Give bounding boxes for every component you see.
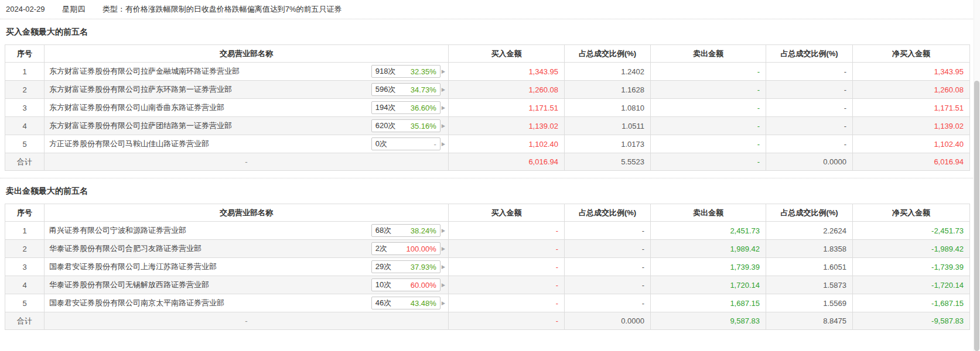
appearance-count-badge[interactable]: 46次43.48% — [371, 297, 441, 309]
sell-amount-cell: 1,739.39 — [651, 258, 766, 276]
appearance-count-badge[interactable]: 68次38.24% — [371, 224, 441, 237]
branch-row: 2华泰证券股份有限公司合肥习友路证券营业部2次100.00%▶--1,989.4… — [5, 240, 970, 258]
sell-amount-cell: - — [651, 81, 766, 99]
branch-row: 3东方财富证券股份有限公司山南香曲东路证券营业部194次36.60%▶1,171… — [5, 99, 970, 117]
net-buy-amount-cell: 1,102.40 — [853, 135, 970, 153]
expand-arrow-icon[interactable]: ▶ — [442, 87, 445, 92]
appearance-count-badge[interactable]: 596次34.73% — [371, 83, 441, 96]
appearance-count: 918次 — [375, 66, 396, 77]
branch-name-cell: 东方财富证券股份有限公司拉萨团结路第一证券营业部620次35.16%▶ — [45, 117, 449, 135]
branch-name-cell: 华泰证券股份有限公司合肥习友路证券营业部2次100.00%▶ — [45, 240, 449, 258]
branch-name-cell: - — [45, 153, 449, 171]
branch-row: 4东方财富证券股份有限公司拉萨团结路第一证券营业部620次35.16%▶1,13… — [5, 117, 970, 135]
total-label-cell: 合计 — [5, 312, 45, 330]
branch-name-inner: 东方财富证券股份有限公司拉萨东环路第一证券营业部596次34.73%▶ — [45, 81, 448, 98]
sell-ratio-cell: 1.5569 — [766, 294, 853, 312]
appearance-count-badge[interactable]: 0次- — [371, 137, 441, 150]
win-rate-percent: - — [434, 140, 436, 149]
sell-ratio-cell: 1.8358 — [766, 240, 853, 258]
sell-ratio-cell: 0.0000 — [766, 153, 853, 171]
net-buy-amount-cell: -1,739.39 — [853, 258, 970, 276]
weekday-label: 星期四 — [62, 0, 85, 19]
branch-name: 东方财富证券股份有限公司拉萨金融城南环路证券营业部 — [49, 66, 240, 77]
appearance-count-badge[interactable]: 620次35.16% — [371, 119, 441, 132]
sell-amount-cell: - — [651, 63, 766, 81]
appearance-count: 29次 — [375, 261, 391, 272]
sell-section-title: 卖出金额最大的前五名 — [6, 186, 980, 197]
expand-arrow-icon[interactable]: ▶ — [442, 228, 445, 233]
appearance-count: 46次 — [375, 298, 391, 308]
branch-name-inner: 甬兴证券有限公司宁波和源路证券营业部68次38.24%▶ — [45, 222, 448, 239]
info-bar: 2024-02-29 星期四 类型：有价格涨跌幅限制的日收盘价格跌幅偏离值达到7… — [0, 0, 980, 19]
sell-amount-cell: 1,720.14 — [651, 276, 766, 294]
row-index-cell: 2 — [5, 240, 45, 258]
expand-arrow-icon[interactable]: ▶ — [442, 264, 445, 270]
expand-arrow-icon[interactable]: ▶ — [442, 246, 445, 252]
expand-arrow-icon[interactable]: ▶ — [442, 105, 445, 111]
sell-amount-cell: - — [651, 99, 766, 117]
branch-row: 3国泰君安证券股份有限公司上海江苏路证券营业部29次37.93%▶--1,739… — [5, 258, 970, 276]
scrollbar-thumb[interactable] — [974, 81, 979, 351]
expand-arrow-icon[interactable]: ▶ — [442, 141, 445, 147]
buy-ratio-cell: - — [565, 294, 651, 312]
buy-ratio-cell: 1.0810 — [565, 99, 651, 117]
branch-name-inner: 东方财富证券股份有限公司拉萨金融城南环路证券营业部918次32.35%▶ — [45, 63, 448, 80]
buy-section: 买入金额最大的前五名 序号 交易营业部名称 买入金额 占总成交比例(%) 卖出金… — [0, 27, 980, 171]
appearance-count-badge[interactable]: 29次37.93% — [371, 260, 441, 273]
sell-amount-cell: - — [651, 135, 766, 153]
net-buy-amount-cell: -9,587.83 — [853, 312, 970, 330]
col-header-branch-name: 交易营业部名称 — [45, 45, 449, 63]
col-header-sell-amount: 卖出金额 — [651, 45, 766, 63]
branch-name-cell: 国泰君安证券股份有限公司上海江苏路证券营业部29次37.93%▶ — [45, 258, 449, 276]
appearance-count-badge[interactable]: 918次32.35% — [371, 65, 441, 78]
branch-name-cell: 方正证券股份有限公司马鞍山佳山路证券营业部0次-▶ — [45, 135, 449, 153]
badge-wrap: 2次100.00%▶ — [371, 242, 445, 255]
badge-wrap: 918次32.35%▶ — [371, 65, 445, 78]
col-header-index: 序号 — [5, 45, 45, 63]
buy-amount-cell: - — [449, 294, 565, 312]
buy-amount-cell: - — [449, 276, 565, 294]
row-index-cell: 5 — [5, 135, 45, 153]
row-index-cell: 4 — [5, 117, 45, 135]
expand-arrow-icon[interactable]: ▶ — [442, 282, 445, 288]
expand-arrow-icon[interactable]: ▶ — [442, 300, 445, 306]
row-index-cell: 2 — [5, 81, 45, 99]
buy-amount-cell: 1,102.40 — [449, 135, 565, 153]
row-index-cell: 3 — [5, 258, 45, 276]
buy-ratio-cell: 5.5523 — [565, 153, 651, 171]
sell-ratio-cell: - — [766, 135, 853, 153]
win-rate-percent: 36.60% — [411, 104, 436, 112]
branch-name: 东方财富证券股份有限公司拉萨东环路第一证券营业部 — [49, 84, 232, 95]
sell-table: 序号 交易营业部名称 买入金额 占总成交比例(%) 卖出金额 占总成交比例(%)… — [5, 204, 970, 330]
branch-name-cell: 华泰证券股份有限公司无锡解放西路证券营业部10次60.00%▶ — [45, 276, 449, 294]
branch-row: 5国泰君安证券股份有限公司南京太平南路证券营业部46次43.48%▶--1,68… — [5, 294, 970, 312]
buy-ratio-cell: - — [565, 222, 651, 240]
win-rate-percent: 38.24% — [411, 226, 436, 235]
buy-amount-cell: 1,260.08 — [449, 81, 565, 99]
buy-ratio-cell: 1.0511 — [565, 117, 651, 135]
expand-arrow-icon[interactable]: ▶ — [442, 123, 445, 129]
col-header-sell-amount: 卖出金额 — [651, 204, 766, 222]
win-rate-percent: 37.93% — [411, 263, 436, 271]
sell-amount-cell: - — [651, 153, 766, 171]
row-index-cell: 5 — [5, 294, 45, 312]
expand-arrow-icon[interactable]: ▶ — [442, 68, 445, 74]
appearance-count: 68次 — [375, 225, 391, 236]
buy-amount-cell: - — [449, 240, 565, 258]
sell-amount-cell: - — [651, 117, 766, 135]
appearance-count: 0次 — [375, 139, 387, 149]
buy-table: 序号 交易营业部名称 买入金额 占总成交比例(%) 卖出金额 占总成交比例(%)… — [5, 44, 970, 171]
sell-ratio-cell: 1.5873 — [766, 276, 853, 294]
sell-ratio-cell: 2.2624 — [766, 222, 853, 240]
buy-section-title: 买入金额最大的前五名 — [6, 27, 980, 37]
appearance-count-badge[interactable]: 10次60.00% — [371, 278, 441, 291]
buy-table-header-row: 序号 交易营业部名称 买入金额 占总成交比例(%) 卖出金额 占总成交比例(%)… — [5, 45, 970, 63]
net-buy-amount-cell: -1,989.42 — [853, 240, 970, 258]
appearance-count-badge[interactable]: 2次100.00% — [371, 242, 441, 255]
col-header-buy-ratio: 占总成交比例(%) — [565, 45, 651, 63]
vertical-scrollbar[interactable] — [974, 0, 980, 351]
buy-ratio-cell: 1.0173 — [565, 135, 651, 153]
row-index-cell: 1 — [5, 222, 45, 240]
appearance-count-badge[interactable]: 194次36.60% — [371, 101, 441, 114]
branch-name-inner: 国泰君安证券股份有限公司南京太平南路证券营业部46次43.48%▶ — [45, 294, 448, 312]
